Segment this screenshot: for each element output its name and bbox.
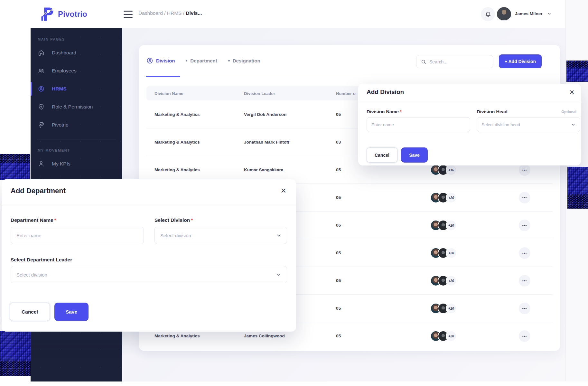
modal-title: Add Department — [11, 187, 66, 195]
glitch-artifact — [0, 154, 30, 180]
member-avatars: +20 — [430, 303, 519, 314]
modal-divider — [358, 102, 581, 102]
breadcrumb-path[interactable]: Dashboard / HRMS / — [138, 10, 186, 16]
row-actions-button[interactable] — [519, 330, 530, 342]
department-leader-dropdown[interactable]: Select division — [11, 266, 287, 283]
required-asterisk: * — [400, 109, 402, 114]
sidebar-item-pivotrio[interactable]: Pivotrio — [31, 116, 122, 134]
select-division-dropdown[interactable]: Select division — [154, 227, 287, 244]
logo-text: Pivotrio — [58, 10, 87, 19]
column-division-leader: Division Leader — [244, 91, 336, 96]
member-avatars: +20 — [430, 331, 519, 342]
glitch-artifact — [566, 61, 588, 82]
more-members-badge: +20 — [446, 303, 457, 314]
chevron-down-icon — [276, 233, 281, 238]
add-department-modal: Add Department ✕ Department Name* Select… — [2, 179, 296, 332]
department-leader-label: Select Department Leader — [11, 257, 72, 263]
tabs-row: Division Department Designation + Add — [139, 45, 560, 77]
tab-bullet-icon — [228, 60, 230, 61]
division-head-label: Division Head — [477, 109, 508, 114]
column-division-name: Division Name — [154, 91, 244, 96]
optional-label: Optional — [561, 110, 576, 114]
more-members-badge: +20 — [446, 248, 457, 259]
division-head-select[interactable]: Select division head — [477, 117, 580, 132]
pivotrio-mini-logo-icon — [38, 121, 45, 128]
modal-title: Add Division — [367, 89, 404, 96]
select-division-label: Select Division* — [154, 217, 193, 223]
cancel-button[interactable]: Cancel — [10, 303, 50, 321]
add-division-button[interactable]: + Add Division — [499, 54, 542, 68]
search-icon — [421, 59, 426, 65]
modal-divider — [2, 205, 296, 205]
row-actions-button[interactable] — [519, 275, 530, 287]
search-box — [416, 55, 493, 68]
more-members-badge: +20 — [446, 275, 457, 286]
division-name-label: Division Name* — [367, 109, 402, 114]
notification-bell-icon[interactable] — [481, 7, 495, 21]
row-actions-button[interactable] — [519, 247, 530, 259]
add-division-modal: Add Division ✕ Division Name* Division H… — [358, 84, 581, 165]
sidebar-divider — [37, 139, 116, 139]
shield-icon — [38, 103, 45, 110]
tab-division[interactable]: Division — [146, 57, 175, 65]
user-menu-chevron-icon[interactable] — [547, 12, 551, 16]
tab-department[interactable]: Department — [186, 58, 217, 65]
member-avatars: +20 — [430, 192, 519, 203]
more-members-badge: +20 — [446, 192, 457, 203]
member-avatars: +16 — [430, 165, 519, 175]
user-name: James Milner — [515, 11, 543, 16]
search-input[interactable] — [429, 59, 489, 64]
breadcrumb: Dashboard / HRMS / Divis... — [138, 10, 202, 16]
close-icon[interactable]: ✕ — [281, 187, 286, 195]
topbar: Pivotrio Dashboard / HRMS / Divis... Jam… — [0, 0, 565, 28]
hamburger-menu-icon[interactable] — [124, 11, 133, 18]
required-asterisk: * — [191, 217, 193, 223]
logo[interactable]: Pivotrio — [39, 6, 87, 23]
member-avatars: +20 — [430, 248, 519, 259]
chevron-down-icon — [571, 122, 575, 127]
pivotrio-logo-icon — [39, 6, 56, 23]
employees-icon — [38, 67, 45, 74]
member-avatars: +20 — [430, 275, 519, 286]
more-members-badge: +16 — [446, 165, 457, 175]
glitch-artifact — [567, 167, 588, 209]
division-name-input[interactable] — [367, 117, 470, 132]
pivotrio-app: Pivotrio Dashboard / HRMS / Divis... Jam… — [0, 0, 588, 386]
department-name-input[interactable] — [11, 227, 144, 244]
save-button[interactable]: Save — [401, 147, 428, 163]
member-avatars: +20 — [430, 220, 519, 231]
required-asterisk: * — [54, 217, 56, 223]
row-actions-button[interactable] — [519, 164, 530, 176]
save-button[interactable]: Save — [54, 303, 89, 321]
cancel-button[interactable]: Cancel — [367, 147, 397, 163]
row-actions-button[interactable] — [519, 220, 530, 231]
row-actions-button[interactable] — [519, 303, 530, 314]
close-icon[interactable]: ✕ — [569, 89, 574, 96]
chevron-down-icon — [276, 272, 281, 277]
department-name-label: Department Name* — [11, 217, 56, 223]
sidebar-section-main-pages: MAIN PAGES — [38, 37, 122, 41]
sidebar-item-hrms[interactable]: HRMS — [31, 80, 122, 98]
sidebar-item-dashboard[interactable]: Dashboard — [31, 44, 122, 62]
more-members-badge: +20 — [446, 331, 457, 342]
hrms-icon — [38, 85, 45, 92]
person-icon — [38, 160, 45, 167]
breadcrumb-current: Divis... — [186, 10, 202, 16]
division-tab-icon — [146, 57, 153, 64]
tab-designation[interactable]: Designation — [228, 58, 260, 65]
row-actions-button[interactable] — [519, 192, 530, 203]
home-icon — [38, 49, 45, 56]
glitch-artifact — [0, 331, 31, 376]
user-avatar[interactable] — [497, 7, 511, 21]
tab-bullet-icon — [186, 60, 187, 61]
more-members-badge: +20 — [446, 220, 457, 231]
sidebar-item-my-kpis[interactable]: My KPIs — [31, 155, 122, 173]
sidebar-item-role-permission[interactable]: Role & Permission — [31, 98, 122, 116]
sidebar-item-employees[interactable]: Employees — [31, 62, 122, 80]
sidebar-section-my-movement: MY MOVEMENT — [38, 148, 122, 152]
